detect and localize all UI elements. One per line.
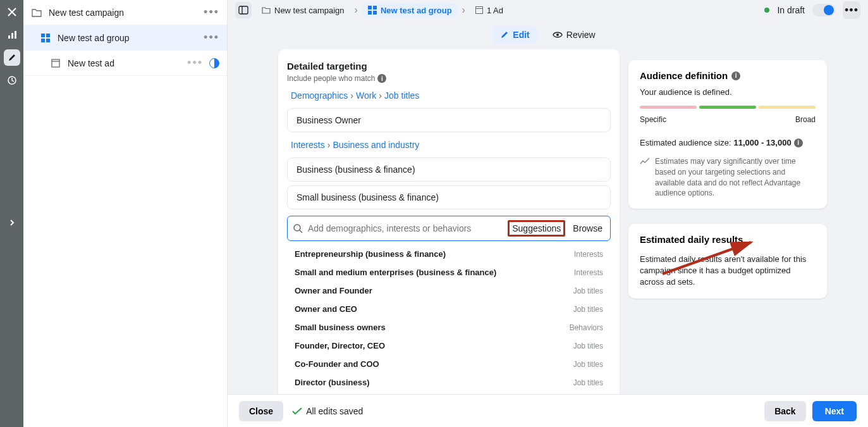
folder-icon: [262, 6, 271, 14]
search-icon: [293, 223, 303, 233]
svg-rect-7: [46, 39, 50, 42]
suggestion-item[interactable]: Owner and FounderJob titles: [283, 282, 614, 300]
status-indicator-icon: [209, 58, 219, 68]
suggestion-item[interactable]: Small business ownersBehaviors: [283, 318, 614, 337]
svg-rect-6: [41, 39, 45, 42]
info-icon[interactable]: i: [377, 74, 386, 83]
suggestion-item[interactable]: Small and medium enterprises (business &…: [283, 263, 614, 282]
targeting-search-input[interactable]: [308, 223, 503, 233]
audience-defined-text: Your audience is defined.: [640, 87, 816, 97]
tree-ad[interactable]: New test ad •••: [23, 51, 227, 76]
breadcrumb-campaign-label: New test campaign: [274, 6, 345, 15]
path-link[interactable]: Interests: [291, 140, 325, 150]
audience-note: Estimates may vary significantly over ti…: [640, 156, 816, 199]
audience-definition-card: Audience definition i Your audience is d…: [628, 60, 827, 209]
targeting-chip[interactable]: Business (business & finance): [287, 158, 611, 182]
breadcrumb-campaign[interactable]: New test campaign: [257, 3, 350, 18]
browse-button[interactable]: Browse: [570, 222, 605, 235]
breadcrumb-ad[interactable]: 1 Ad: [470, 3, 508, 18]
audience-size: Estimated audience size: 11,000 - 13,000…: [640, 138, 816, 147]
review-label: Review: [566, 30, 596, 40]
tree-campaign-label: New test campaign: [49, 8, 197, 18]
panel-toggle-icon[interactable]: [235, 2, 252, 18]
suggestion-item[interactable]: Director (business)Job titles: [283, 373, 614, 392]
row-menu-icon[interactable]: •••: [187, 56, 203, 70]
svg-point-19: [294, 225, 300, 231]
top-bar: New test campaign › New test ad group › …: [228, 0, 868, 20]
chevron-right-icon: ›: [355, 4, 358, 16]
svg-rect-16: [475, 7, 482, 14]
estimated-results-card: Estimated daily results Estimated daily …: [628, 224, 827, 299]
path-link[interactable]: Demographics: [291, 90, 348, 101]
tree-adgroup-label: New test ad group: [58, 33, 197, 43]
row-menu-icon[interactable]: •••: [204, 31, 219, 44]
targeting-subtitle: Include people who match i: [278, 71, 620, 87]
svg-point-18: [556, 34, 559, 36]
svg-rect-12: [368, 6, 372, 9]
close-icon[interactable]: [4, 4, 20, 20]
targeting-path-0: Demographics›Work›Job titles: [278, 87, 620, 104]
path-link[interactable]: Job titles: [384, 90, 419, 101]
path-link[interactable]: Business and industry: [333, 140, 419, 150]
suggestion-item[interactable]: Owner and CEOJob titles: [283, 300, 614, 318]
publish-toggle[interactable]: [812, 4, 835, 16]
svg-line-20: [300, 230, 302, 233]
meter-labels: Specific Broad: [640, 115, 816, 124]
svg-rect-2: [15, 31, 16, 39]
grid-icon: [40, 32, 51, 44]
suggestion-item[interactable]: Co-Founder and COOJob titles: [283, 355, 614, 373]
close-button[interactable]: Close: [239, 401, 283, 421]
save-status: All edits saved: [292, 406, 363, 416]
mode-switch: Edit Review: [228, 23, 868, 47]
edit-button[interactable]: Edit: [492, 26, 537, 44]
status-label: In draft: [777, 5, 805, 15]
audience-meter: [640, 106, 816, 109]
review-button[interactable]: Review: [545, 26, 603, 44]
svg-rect-15: [373, 11, 377, 15]
suggestion-item[interactable]: Founder, Director, CEOJob titles: [283, 337, 614, 355]
main-content: Detailed targeting Include people who ma…: [228, 49, 868, 394]
tree-adgroup[interactable]: New test ad group •••: [23, 25, 227, 51]
estimates-body: Estimated daily results aren't available…: [640, 254, 816, 288]
trend-icon: [640, 158, 650, 199]
status-dot-icon: [764, 8, 769, 13]
info-icon[interactable]: i: [731, 71, 740, 80]
expand-rail-icon[interactable]: [4, 214, 20, 231]
check-icon: [292, 407, 302, 415]
svg-rect-14: [368, 11, 372, 15]
ad-icon: [475, 6, 483, 14]
estimates-title: Estimated daily results: [640, 234, 816, 245]
ad-icon: [50, 58, 61, 69]
detailed-targeting-card: Detailed targeting Include people who ma…: [278, 49, 620, 394]
suggestion-item[interactable]: Entrepreneurship (business & finance)Int…: [283, 245, 614, 263]
breadcrumb-adgroup[interactable]: New test ad group: [363, 3, 457, 18]
targeting-chip[interactable]: Business Owner: [287, 108, 611, 132]
info-icon[interactable]: i: [794, 139, 803, 147]
audience-title: Audience definition i: [640, 70, 816, 81]
edit-icon[interactable]: [4, 49, 20, 66]
chart-icon[interactable]: [4, 27, 20, 43]
clock-icon[interactable]: [4, 72, 20, 89]
pencil-icon: [500, 30, 509, 39]
svg-rect-10: [239, 6, 248, 14]
campaign-tree: New test campaign ••• New test ad group …: [23, 0, 228, 427]
more-menu-button[interactable]: •••: [843, 1, 860, 19]
suggestion-list: Entrepreneurship (business & finance)Int…: [283, 245, 614, 394]
svg-rect-0: [8, 35, 10, 39]
folder-icon: [31, 7, 42, 18]
path-link[interactable]: Work: [356, 90, 376, 101]
footer-bar: Close All edits saved Back Next: [228, 394, 868, 427]
breadcrumb-ad-label: 1 Ad: [487, 6, 503, 15]
targeting-chip[interactable]: Small business (business & finance): [287, 185, 611, 209]
svg-rect-4: [41, 34, 45, 37]
row-menu-icon[interactable]: •••: [204, 6, 219, 19]
suggestions-button[interactable]: Suggestions: [508, 220, 565, 237]
next-button[interactable]: Next: [812, 401, 857, 421]
targeting-search: Suggestions Browse: [287, 216, 611, 241]
svg-rect-13: [373, 6, 377, 9]
back-button[interactable]: Back: [764, 401, 805, 421]
icon-rail: [0, 0, 23, 427]
targeting-title: Detailed targeting: [278, 61, 620, 71]
chevron-right-icon: ›: [462, 4, 465, 16]
tree-campaign[interactable]: New test campaign •••: [23, 0, 227, 25]
